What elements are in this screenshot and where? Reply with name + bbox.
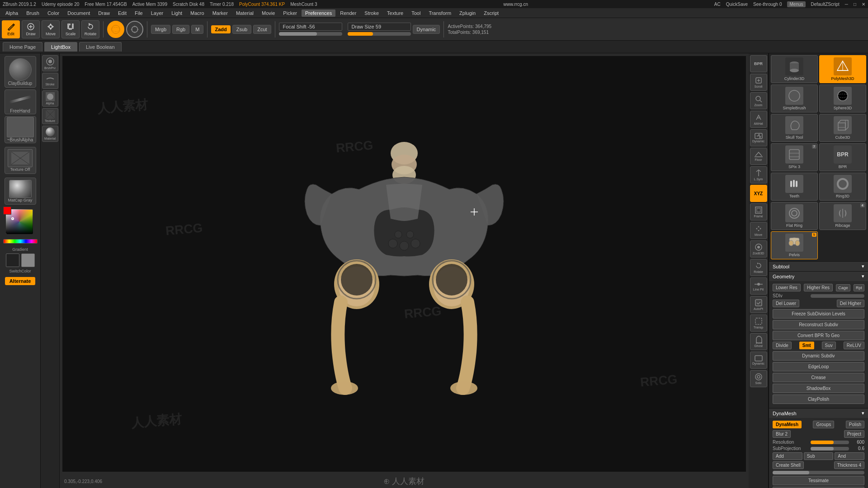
edit-button[interactable]: Edit bbox=[2, 20, 20, 38]
lower-res-btn[interactable]: Lower Res bbox=[773, 284, 801, 291]
win-maximize[interactable]: □ bbox=[854, 2, 856, 7]
ri-frame[interactable]: Frame bbox=[750, 203, 767, 221]
menu-stroke[interactable]: Stroke bbox=[361, 9, 382, 17]
reluv-btn[interactable]: ReLUV bbox=[844, 342, 864, 349]
freeze-subdiv-btn[interactable]: Freeze SubDivision Levels bbox=[773, 309, 864, 319]
claypolish-btn[interactable]: ClayPolish bbox=[773, 394, 864, 404]
ri-move[interactable]: Move bbox=[750, 222, 767, 239]
reconstruct-subdiv-btn[interactable]: Reconstruct Subdiv bbox=[773, 320, 864, 329]
rpt-btn[interactable]: Rpt bbox=[854, 284, 864, 291]
ri-linepit[interactable]: Line Pit bbox=[750, 277, 767, 295]
tool-polymesh3d[interactable]: PolyMesh3D bbox=[819, 55, 866, 83]
ri-solo[interactable]: Solo bbox=[750, 370, 767, 387]
tab-live-boolean[interactable]: Live Boolean bbox=[79, 42, 122, 52]
suv-btn[interactable]: Suv bbox=[822, 342, 836, 349]
crease-btn[interactable]: Crease bbox=[773, 373, 864, 382]
menu-texture[interactable]: Texture bbox=[383, 9, 407, 17]
menu-brush[interactable]: Brush bbox=[23, 9, 43, 17]
ri-xyz[interactable]: XYZ bbox=[750, 185, 767, 202]
create-shell-btn[interactable]: Create Shell bbox=[773, 461, 804, 469]
groups-btn[interactable]: Groups bbox=[813, 421, 834, 428]
project-btn[interactable]: Project bbox=[844, 430, 864, 438]
and-btn[interactable]: And bbox=[835, 452, 864, 460]
sub-btn[interactable]: Sub bbox=[804, 452, 834, 460]
sphere-mode-btn[interactable] bbox=[107, 21, 124, 38]
draw-size-display[interactable]: Draw Size 59 bbox=[348, 23, 411, 31]
tool-cube3d[interactable]: Cube3D bbox=[819, 114, 866, 142]
ri-autopt[interactable]: AutoPt bbox=[750, 296, 767, 313]
ls-icon-material[interactable]: Material bbox=[42, 126, 58, 142]
menu-tool[interactable]: Tool bbox=[408, 9, 424, 17]
polish-btn[interactable]: Polish bbox=[846, 421, 864, 428]
menu-macro[interactable]: Macro bbox=[187, 9, 208, 17]
menu-light[interactable]: Light bbox=[168, 9, 186, 17]
tool-flat-ring[interactable]: Flat Ring bbox=[771, 202, 818, 230]
ri-dynamic[interactable]: Dynamic bbox=[750, 129, 767, 146]
focal-shift-display[interactable]: Focal Shift -56 bbox=[279, 23, 342, 31]
menu-alpha[interactable]: Alpha bbox=[2, 9, 22, 17]
menu-transform[interactable]: Transform bbox=[425, 9, 455, 17]
dynamesh-btn[interactable]: DynaMesh bbox=[773, 421, 802, 428]
add-btn[interactable]: Add bbox=[773, 452, 802, 460]
zsub-btn[interactable]: Zsub bbox=[232, 25, 251, 34]
ri-floor[interactable]: Floor bbox=[750, 148, 767, 165]
ls-icon-brush[interactable]: BrshPrv bbox=[42, 55, 58, 71]
shadowbox-btn[interactable]: ShadowBox bbox=[773, 384, 864, 393]
thickness-slider[interactable] bbox=[773, 471, 864, 474]
ri-ghost[interactable]: Ghost bbox=[750, 333, 767, 350]
del-lower-btn[interactable]: Del Lower bbox=[773, 300, 799, 307]
ls-icon-alpha[interactable]: Alpha bbox=[42, 90, 58, 107]
quicksave-btn[interactable]: QuickSave bbox=[726, 2, 748, 7]
canvas-viewport[interactable]: 人人素材 RRCG RRCG RRCG 人人素材 RRCG bbox=[62, 56, 746, 472]
ri-bpr[interactable]: BPR bbox=[750, 55, 767, 72]
sdiv-slider[interactable] bbox=[811, 294, 864, 298]
ri-dynamic2[interactable]: Dynamic bbox=[750, 352, 767, 369]
brush-freehand[interactable]: FreeHand bbox=[5, 89, 36, 114]
tab-lightbox[interactable]: LightBox bbox=[44, 42, 77, 52]
tessimate-btn[interactable]: Tessimate bbox=[773, 476, 864, 485]
tool-skull[interactable]: Skull Tool bbox=[771, 114, 818, 142]
tool-teeth[interactable]: Teeth bbox=[771, 173, 818, 201]
menu-document[interactable]: Document bbox=[64, 9, 94, 17]
win-close[interactable]: ✕ bbox=[862, 2, 865, 7]
ri-rotate[interactable]: Rotate bbox=[750, 259, 767, 276]
thickness-display[interactable]: Thickness 4 bbox=[834, 461, 864, 469]
draw-button[interactable]: Draw bbox=[22, 20, 40, 38]
light-mode-btn[interactable] bbox=[126, 21, 143, 38]
resolution-slider[interactable] bbox=[811, 441, 849, 444]
ls-icon-stroke[interactable]: Stroke bbox=[42, 73, 58, 89]
rotate-button[interactable]: Rotate bbox=[81, 20, 99, 38]
higher-res-btn[interactable]: Higher Res bbox=[804, 284, 833, 291]
mrgb-btn[interactable]: Mrgb bbox=[151, 25, 170, 34]
menu-color[interactable]: Color bbox=[44, 9, 63, 17]
blur-btn[interactable]: Blur 2 bbox=[773, 430, 791, 438]
color-picker[interactable] bbox=[3, 206, 38, 244]
brush-clay-buildup[interactable]: ClayBuildup bbox=[5, 56, 36, 88]
menu-file[interactable]: File bbox=[131, 9, 146, 17]
menu-picker[interactable]: Picker bbox=[279, 9, 301, 17]
m-btn[interactable]: M bbox=[191, 25, 203, 34]
swatch-gray[interactable] bbox=[21, 253, 35, 267]
menu-marker[interactable]: Marker bbox=[209, 9, 231, 17]
tool-bpr[interactable]: BPR BPR bbox=[819, 143, 866, 171]
menu-preferences[interactable]: Preferences bbox=[302, 9, 335, 17]
texture-off[interactable]: Texture Off bbox=[5, 147, 36, 174]
alternate-btn[interactable]: Alternate bbox=[5, 277, 36, 285]
tool-sphere3d[interactable]: Sphere3D bbox=[819, 84, 866, 113]
see-through[interactable]: See-through 0 bbox=[753, 2, 782, 7]
rgb-btn[interactable]: Rgb bbox=[172, 25, 189, 34]
tool-ring3d[interactable]: Ring3D bbox=[819, 173, 866, 201]
cage-btn[interactable]: Cage bbox=[836, 284, 850, 291]
ri-lsym[interactable]: L.Sym bbox=[750, 166, 767, 183]
win-minimize[interactable]: ─ bbox=[845, 2, 848, 7]
matcap-gray[interactable]: MatCap Gray bbox=[5, 178, 36, 205]
menu-layer[interactable]: Layer bbox=[147, 9, 167, 17]
menu-zplugin[interactable]: Zplugin bbox=[456, 9, 479, 17]
tool-ribcage[interactable]: Ribcage 4 bbox=[819, 202, 866, 230]
dynamic-btn[interactable]: Dynamic bbox=[413, 25, 440, 34]
zadd-btn[interactable]: Zadd bbox=[211, 25, 230, 33]
move-button[interactable]: Move bbox=[42, 20, 60, 38]
ri-zoom[interactable]: Zoom bbox=[750, 92, 767, 109]
divide-btn[interactable]: Divide bbox=[773, 342, 792, 349]
ri-transp[interactable]: Transp bbox=[750, 314, 767, 332]
